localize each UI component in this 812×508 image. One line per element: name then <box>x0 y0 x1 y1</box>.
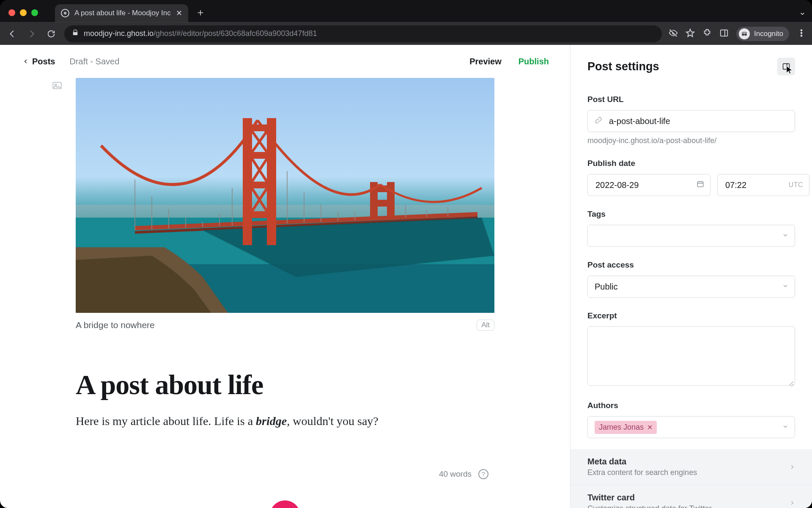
address-url: moodjoy-inc.ghost.io/ghost/#/editor/post… <box>84 29 317 38</box>
image-caption[interactable]: A bridge to nowhere <box>76 320 155 330</box>
side-panel-icon[interactable] <box>719 28 729 39</box>
tags-select[interactable] <box>587 225 795 247</box>
post-body[interactable]: Here is my article about life. Life is a… <box>76 413 494 430</box>
twitter-title: Twitter card <box>587 493 783 502</box>
twitter-sub: Customize structured data for Twitter <box>587 504 783 508</box>
save-status: Draft - Saved <box>69 57 119 66</box>
window-close[interactable] <box>8 9 15 16</box>
calendar-icon[interactable] <box>697 180 704 190</box>
chevron-left-icon <box>23 58 29 64</box>
window-zoom[interactable] <box>31 9 38 16</box>
tab-favicon <box>61 9 69 17</box>
editor-topbar: Posts Draft - Saved Preview Publish <box>0 45 570 78</box>
new-tab-button[interactable]: ＋ <box>193 5 208 19</box>
eye-off-icon[interactable] <box>669 28 678 39</box>
url-host: moodjoy-inc.ghost.io <box>84 29 154 38</box>
chevron-down-icon <box>782 282 789 292</box>
body-text-pre: Here is my article about life. Life is a <box>76 414 256 428</box>
svg-rect-21 <box>243 152 276 159</box>
svg-rect-20 <box>243 124 276 131</box>
svg-rect-2 <box>721 30 728 36</box>
publish-date-label: Publish date <box>587 159 795 168</box>
svg-marker-1 <box>686 29 694 36</box>
post-title[interactable]: A post about life <box>76 369 494 401</box>
nav-reload-button[interactable] <box>45 28 58 40</box>
svg-rect-17 <box>372 202 393 205</box>
settings-row-twitter-card[interactable]: Twitter card Customize structured data f… <box>571 485 812 508</box>
svg-rect-41 <box>697 182 703 187</box>
settings-row-meta-data[interactable]: Meta data Extra content for search engin… <box>571 449 812 485</box>
tabs-menu-icon[interactable]: ⌄ <box>799 7 806 17</box>
chevron-down-icon <box>782 422 789 432</box>
window-minimize[interactable] <box>20 9 27 16</box>
tags-label: Tags <box>587 210 795 219</box>
post-settings-panel: Post settings Post URL <box>570 45 812 508</box>
cursor-icon <box>786 65 793 77</box>
preview-button[interactable]: Preview <box>469 57 502 66</box>
lock-icon <box>72 29 79 38</box>
browser-tab[interactable]: A post about life - Moodjoy Inc ✕ <box>55 4 188 22</box>
post-access-label: Post access <box>587 260 795 270</box>
svg-point-7 <box>801 32 802 33</box>
publish-date-input[interactable] <box>595 180 703 190</box>
extensions-icon[interactable] <box>702 28 712 39</box>
post-access-value: Public <box>595 282 617 292</box>
authors-select[interactable]: James Jonas ✕ <box>587 416 795 438</box>
field-tags: Tags <box>587 210 795 247</box>
field-post-url: Post URL moodjoy-inc.ghost.io/a-post-abo… <box>587 95 795 145</box>
svg-rect-22 <box>243 182 276 188</box>
nav-forward-button[interactable] <box>25 28 38 40</box>
chevron-right-icon <box>789 462 795 472</box>
author-chip-name: James Jonas <box>599 423 644 432</box>
window-controls <box>8 9 38 16</box>
field-publish-date: Publish date UTC <box>587 159 795 196</box>
tab-title: A post about life - Moodjoy Inc <box>74 9 171 17</box>
svg-rect-23 <box>243 211 276 218</box>
excerpt-textarea[interactable] <box>587 326 795 386</box>
svg-point-6 <box>801 30 802 31</box>
publish-date-input-wrap <box>587 174 710 196</box>
browser-menu-icon[interactable] <box>797 28 806 39</box>
add-card-fab[interactable] <box>270 500 300 508</box>
back-label: Posts <box>32 57 55 66</box>
body-text-post: , wouldn't you say? <box>287 414 379 428</box>
svg-point-5 <box>745 33 747 36</box>
chip-remove-icon[interactable]: ✕ <box>647 423 653 431</box>
svg-rect-0 <box>73 32 78 35</box>
back-to-posts[interactable]: Posts <box>23 57 55 66</box>
incognito-icon <box>739 28 750 39</box>
image-alt-button[interactable]: Alt <box>477 320 494 331</box>
bookmark-star-icon[interactable] <box>686 28 695 39</box>
browser-titlebar: A post about life - Moodjoy Inc ✕ ＋ ⌄ <box>0 0 812 22</box>
svg-point-8 <box>801 35 802 36</box>
field-excerpt: Excerpt <box>587 311 795 387</box>
incognito-badge[interactable]: Incognito <box>736 27 789 41</box>
incognito-label: Incognito <box>754 30 783 38</box>
url-path: /ghost/#/editor/post/630c68afc609a9003d4… <box>154 29 317 38</box>
post-url-input-wrap <box>587 110 795 132</box>
author-chip[interactable]: James Jonas ✕ <box>595 421 657 434</box>
settings-heading: Post settings <box>587 60 659 73</box>
nav-back-button[interactable] <box>6 28 19 40</box>
help-icon[interactable]: ? <box>478 469 488 479</box>
tab-close-icon[interactable]: ✕ <box>176 8 182 18</box>
meta-sub: Extra content for search engines <box>587 468 783 477</box>
toggle-settings-panel-button[interactable] <box>777 58 795 75</box>
feature-image[interactable] <box>76 78 494 313</box>
excerpt-label: Excerpt <box>587 311 795 320</box>
word-count: 40 words <box>439 469 472 479</box>
publish-button[interactable]: Publish <box>518 57 549 66</box>
resize-handle[interactable] <box>787 380 793 386</box>
field-authors: Authors James Jonas ✕ <box>587 401 795 438</box>
post-access-select[interactable]: Public <box>587 276 795 298</box>
link-icon <box>595 116 602 126</box>
post-url-input[interactable] <box>608 116 788 127</box>
feature-image-placeholder-icon[interactable] <box>51 80 63 92</box>
meta-title: Meta data <box>587 457 783 467</box>
svg-point-4 <box>742 33 744 36</box>
address-bar[interactable]: moodjoy-inc.ghost.io/ghost/#/editor/post… <box>64 25 662 42</box>
authors-label: Authors <box>587 401 795 410</box>
field-post-access: Post access Public <box>587 260 795 298</box>
body-text-em: bridge <box>256 414 287 428</box>
post-url-hint: moodjoy-inc.ghost.io/a-post-about-life/ <box>587 136 795 145</box>
